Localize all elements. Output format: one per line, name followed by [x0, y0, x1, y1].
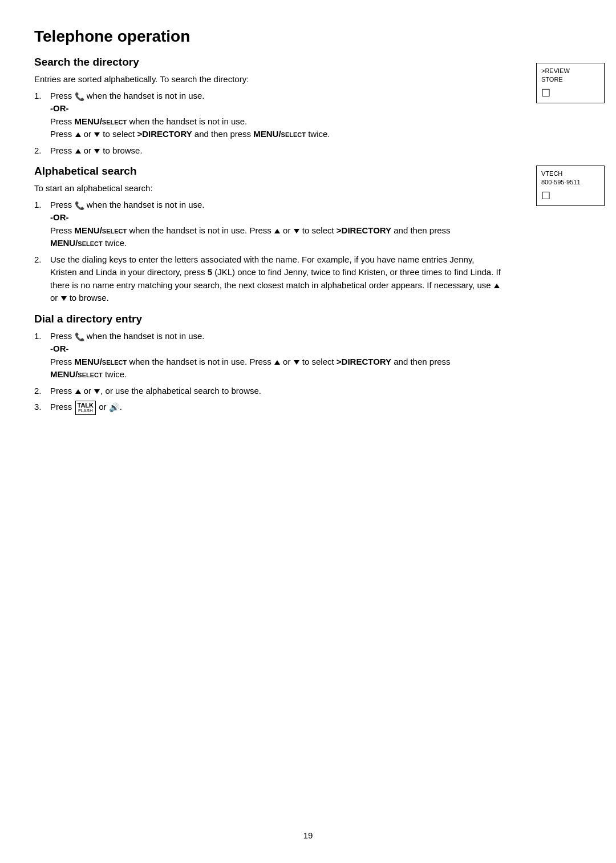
dial-directory-title: Dial a directory entry: [34, 313, 502, 325]
search-directory-intro: Entries are sorted alphabetically. To se…: [34, 73, 502, 86]
or-label-1: -OR-: [50, 103, 69, 113]
menu-select-bold-4: MENU/select: [50, 238, 103, 248]
phone-display-line2: STORE: [541, 75, 599, 84]
phone-display-line4: 800-595-9511: [541, 178, 599, 187]
main-content: Telephone operation Search the directory…: [34, 27, 502, 415]
triangle-down-icon-6: [94, 389, 100, 394]
triangle-down-icon-2: [94, 149, 100, 154]
section-search-directory: Search the directory Entries are sorted …: [34, 56, 502, 157]
phonebook-icon-1: 📞: [75, 91, 84, 100]
search-directory-title: Search the directory: [34, 56, 502, 68]
speaker-icon: 🔊: [109, 402, 120, 412]
phone-display-line3: VTECH: [541, 170, 599, 178]
or-label-2: -OR-: [50, 212, 69, 222]
search-directory-list: 1. Press 📞 when the handset is not in us…: [34, 90, 502, 158]
dial-directory-list: 1. Press 📞 when the handset is not in us…: [34, 330, 502, 415]
triangle-down-icon-3: [294, 229, 299, 233]
alpha-step-2: 2. Use the dialing keys to enter the let…: [34, 253, 502, 305]
phone-display-box-1: >REVIEW STORE ☐: [536, 63, 605, 103]
phone-icon-2: ☐: [541, 189, 599, 202]
phonebook-icon-3: 📞: [75, 332, 84, 341]
triangle-up-icon-2: [75, 149, 81, 154]
menu-select-bold-1: MENU/select: [75, 116, 127, 126]
alphabetical-search-intro: To start an alphabetical search:: [34, 182, 502, 195]
dial-step-1: 1. Press 📞 when the handset is not in us…: [34, 330, 502, 381]
directory-bold-3: >DIRECTORY: [337, 357, 391, 366]
menu-select-bold-2: MENU/select: [253, 129, 306, 139]
triangle-down-icon-4: [61, 296, 67, 301]
page-number: 19: [303, 830, 313, 840]
talk-flash-key: TALK FLASH: [75, 401, 96, 415]
search-step-1: 1. Press 📞 when the handset is not in us…: [34, 90, 502, 141]
phone-icon-1: ☐: [541, 87, 599, 99]
menu-select-bold-6: MENU/select: [50, 369, 103, 379]
key-5-bold: 5: [208, 267, 212, 277]
phone-display-line1: >REVIEW: [541, 67, 599, 75]
triangle-up-icon-1: [75, 132, 81, 137]
dial-step-3: 3. Press TALK FLASH or 🔊.: [34, 401, 502, 415]
triangle-down-icon-1: [94, 132, 100, 137]
triangle-up-icon-4: [494, 284, 500, 288]
page-title: Telephone operation: [34, 27, 502, 46]
triangle-up-icon-3: [274, 229, 280, 233]
triangle-up-icon-5: [274, 360, 280, 365]
section-alphabetical-search: Alphabetical search To start an alphabet…: [34, 165, 502, 305]
dial-step-2: 2. Press or , or use the alphabetical se…: [34, 385, 502, 398]
section-dial-directory: Dial a directory entry 1. Press 📞 when t…: [34, 313, 502, 415]
alphabetical-search-title: Alphabetical search: [34, 165, 502, 178]
triangle-down-icon-5: [294, 360, 299, 365]
directory-bold-1: >DIRECTORY: [137, 129, 192, 139]
phonebook-icon-2: 📞: [75, 200, 84, 209]
menu-select-bold-3: MENU/select: [75, 225, 127, 235]
phone-display-box-2: VTECH 800-595-9511 ☐: [536, 166, 605, 206]
alpha-step-1: 1. Press 📞 when the handset is not in us…: [34, 199, 502, 250]
menu-select-bold-5: MENU/select: [75, 357, 127, 366]
triangle-up-icon-6: [75, 389, 81, 394]
or-label-3: -OR-: [50, 344, 69, 353]
search-step-2: 2. Press or to browse.: [34, 144, 502, 158]
directory-bold-2: >DIRECTORY: [337, 225, 391, 235]
alphabetical-search-list: 1. Press 📞 when the handset is not in us…: [34, 199, 502, 305]
